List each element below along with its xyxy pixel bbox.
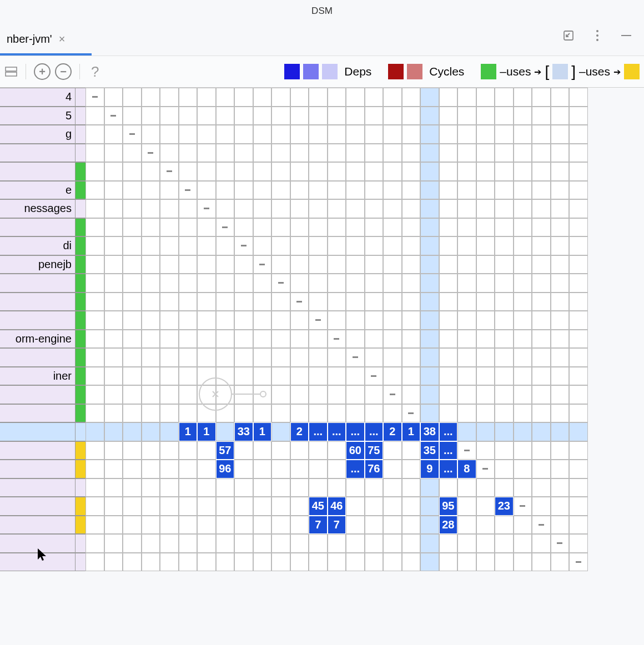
matrix-cell[interactable]: 35 [420, 441, 439, 460]
matrix-cell[interactable] [309, 274, 328, 293]
row-header[interactable] [0, 497, 76, 516]
matrix-cell[interactable] [420, 534, 439, 553]
matrix-cell[interactable] [532, 274, 551, 293]
matrix-cell[interactable] [253, 181, 272, 200]
matrix-cell[interactable] [476, 311, 495, 330]
matrix-cell[interactable] [439, 162, 458, 181]
matrix-cell[interactable] [309, 107, 328, 125]
matrix-cell[interactable] [439, 144, 458, 163]
matrix-cell[interactable] [179, 404, 198, 423]
matrix-cell[interactable] [551, 441, 570, 460]
matrix-cell[interactable] [271, 293, 290, 311]
matrix-cell[interactable] [142, 274, 160, 293]
matrix-cell[interactable] [271, 218, 290, 237]
matrix-cell[interactable] [85, 441, 104, 460]
matrix-cell[interactable] [457, 422, 476, 441]
matrix-cell[interactable] [271, 162, 290, 181]
matrix-cell[interactable] [85, 516, 104, 535]
matrix-cell[interactable]: 7 [328, 516, 346, 535]
row-header[interactable] [0, 516, 76, 535]
matrix-cell[interactable] [383, 348, 402, 367]
matrix-cell[interactable] [551, 107, 570, 125]
matrix-cell[interactable]: 95 [439, 497, 458, 516]
matrix-cell[interactable] [569, 497, 588, 516]
matrix-cell[interactable] [123, 330, 142, 349]
matrix-cell[interactable] [123, 404, 142, 423]
matrix-cell[interactable] [253, 236, 272, 255]
matrix-cell[interactable] [142, 516, 160, 535]
matrix-cell[interactable] [420, 255, 439, 274]
matrix-cell[interactable] [457, 293, 476, 311]
matrix-cell[interactable] [123, 218, 142, 237]
matrix-cell[interactable] [457, 348, 476, 367]
matrix-cell[interactable] [346, 162, 365, 181]
matrix-cell[interactable] [142, 348, 160, 367]
matrix-cell[interactable] [476, 497, 495, 516]
matrix-cell[interactable] [457, 478, 476, 497]
matrix-cell[interactable] [85, 311, 104, 330]
matrix-cell[interactable] [85, 144, 104, 163]
matrix-cell[interactable] [476, 534, 495, 553]
matrix-cell[interactable] [290, 311, 309, 330]
matrix-cell[interactable] [197, 441, 216, 460]
matrix-cell[interactable] [179, 125, 198, 144]
matrix-cell[interactable] [532, 311, 551, 330]
matrix-cell[interactable] [271, 460, 290, 478]
matrix-cell[interactable] [234, 236, 253, 255]
matrix-cell[interactable] [328, 236, 346, 255]
matrix-cell[interactable] [160, 516, 179, 535]
matrix-cell[interactable] [402, 274, 421, 293]
matrix-cell[interactable] [532, 348, 551, 367]
matrix-cell[interactable] [253, 534, 272, 553]
matrix-cell[interactable] [569, 441, 588, 460]
matrix-cell[interactable] [514, 553, 532, 572]
matrix-cell[interactable] [216, 236, 235, 255]
matrix-cell[interactable] [271, 385, 290, 404]
matrix-cell[interactable] [439, 385, 458, 404]
matrix-cell[interactable] [309, 404, 328, 423]
matrix-cell[interactable] [104, 218, 123, 237]
matrix-cell[interactable] [439, 534, 458, 553]
matrix-cell[interactable] [123, 460, 142, 478]
matrix-cell[interactable] [142, 125, 160, 144]
matrix-cell[interactable] [439, 274, 458, 293]
matrix-cell[interactable] [85, 534, 104, 553]
matrix-cell[interactable] [439, 553, 458, 572]
matrix-cell[interactable] [346, 181, 365, 200]
matrix-cell[interactable] [551, 348, 570, 367]
matrix-cell[interactable] [328, 181, 346, 200]
matrix-cell[interactable] [476, 293, 495, 311]
matrix-cell[interactable] [309, 441, 328, 460]
matrix-cell[interactable] [160, 88, 179, 107]
matrix-cell[interactable]: 7 [309, 516, 328, 535]
matrix-cell[interactable] [271, 125, 290, 144]
matrix-cell[interactable] [495, 478, 514, 497]
matrix-cell[interactable] [346, 497, 365, 516]
matrix-cell[interactable] [402, 311, 421, 330]
matrix-cell[interactable] [234, 460, 253, 478]
matrix-cell[interactable] [346, 348, 365, 367]
matrix-cell[interactable] [420, 181, 439, 200]
matrix-cell[interactable] [402, 330, 421, 349]
matrix-cell[interactable] [328, 534, 346, 553]
matrix-cell[interactable] [457, 441, 476, 460]
matrix-cell[interactable] [514, 348, 532, 367]
matrix-cell[interactable] [328, 144, 346, 163]
matrix-cell[interactable] [328, 553, 346, 572]
matrix-cell[interactable] [123, 534, 142, 553]
matrix-cell[interactable] [365, 88, 384, 107]
matrix-cell[interactable] [439, 367, 458, 386]
matrix-cell[interactable] [365, 330, 384, 349]
matrix-cell[interactable] [420, 218, 439, 237]
matrix-cell[interactable] [216, 218, 235, 237]
matrix-cell[interactable] [383, 199, 402, 218]
more-options-icon[interactable] [591, 29, 604, 42]
matrix-cell[interactable] [290, 107, 309, 125]
matrix-cell[interactable] [328, 348, 346, 367]
matrix-cell[interactable] [439, 236, 458, 255]
matrix-cell[interactable] [160, 460, 179, 478]
matrix-cell[interactable] [104, 422, 123, 441]
matrix-cell[interactable] [514, 497, 532, 516]
row-header[interactable]: g [0, 125, 76, 144]
matrix-cell[interactable] [402, 181, 421, 200]
